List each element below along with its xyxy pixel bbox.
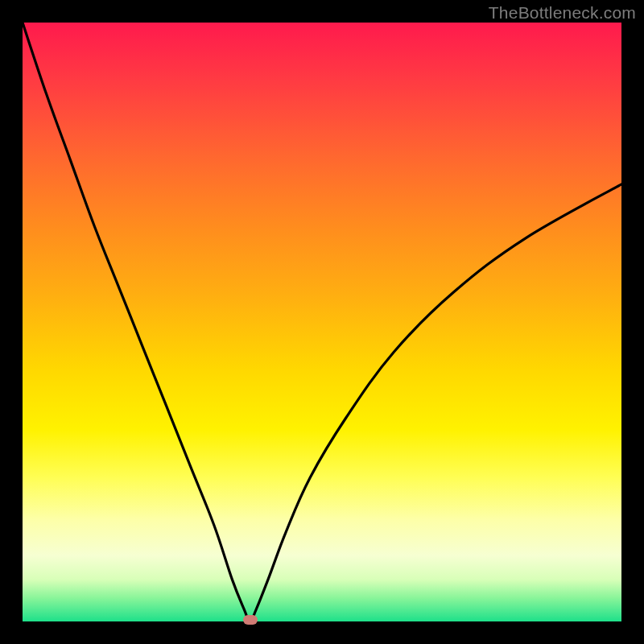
bottleneck-curve	[23, 23, 621, 621]
optimal-point-marker	[243, 615, 258, 625]
chart-frame: TheBottleneck.com	[0, 0, 644, 644]
watermark-text: TheBottleneck.com	[489, 3, 636, 23]
plot-area	[23, 23, 621, 621]
